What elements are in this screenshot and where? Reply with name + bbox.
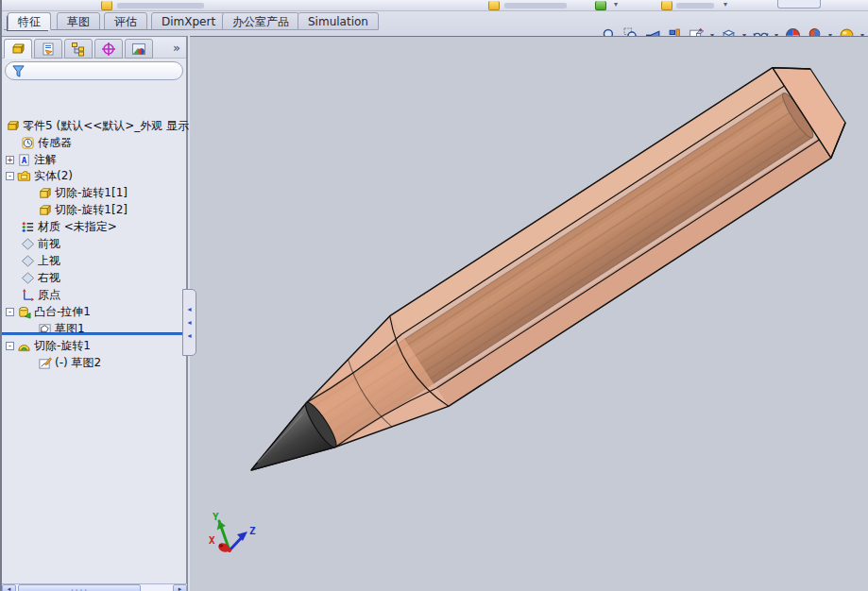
sketch-pencil-icon	[38, 356, 52, 370]
dropdown-caret-icon[interactable]: ▾	[614, 0, 618, 8]
tree-filter-box	[5, 61, 183, 80]
expand-minus-box[interactable]: -	[6, 308, 14, 316]
feature-tree: 零件5 (默认<<默认>_外观 显示 传感器 + 注解 - 实体(2) 切除-旋…	[2, 82, 186, 370]
tree-item-sensors[interactable]: 传感器	[21, 135, 72, 151]
tree-filter-input[interactable]	[29, 63, 182, 78]
expand-plus-box[interactable]: +	[6, 156, 14, 164]
expand-minus-box[interactable]: -	[6, 342, 14, 350]
collapse-arrow-icon: ◂	[187, 319, 191, 327]
tree-item-sketch2[interactable]: (-) 草图2	[38, 355, 101, 371]
clipped-search-box[interactable]	[777, 0, 821, 8]
cut-revolve-icon	[17, 339, 31, 353]
manager-overflow-chevron[interactable]: »	[173, 41, 180, 55]
tree-item-cut-revolve1-body1[interactable]: 切除-旋转1[1]	[38, 185, 128, 201]
tree-item-front-plane[interactable]: 前视	[21, 236, 60, 252]
sensors-icon	[21, 136, 35, 150]
body-cube-icon	[38, 186, 52, 200]
triad-x-label: X	[209, 534, 215, 547]
scroll-right-button[interactable]: ▸	[173, 584, 187, 591]
annotations-icon	[17, 153, 31, 167]
scroll-left-button[interactable]: ◂	[2, 584, 16, 591]
origin-icon	[21, 288, 35, 302]
expand-minus-box[interactable]: -	[6, 172, 14, 180]
tree-root-part[interactable]: 零件5 (默认<<默认>_外观 显示	[6, 118, 189, 134]
featuremanager-tree-tab[interactable]	[4, 39, 32, 59]
tab-sketch[interactable]: 草图	[57, 12, 100, 30]
part-icon	[6, 119, 20, 133]
clipped-toolbar-icon[interactable]	[488, 1, 500, 10]
tree-item-boss-extrude1[interactable]: - 凸台-拉伸1	[6, 304, 91, 320]
displaymanager-tab[interactable]	[125, 39, 153, 59]
clipped-toolbar-label	[504, 3, 567, 8]
tree-item-origin[interactable]: 原点	[21, 287, 60, 303]
tab-simulation[interactable]: Simulation	[298, 12, 379, 30]
clipped-toolbar-icon[interactable]	[595, 1, 606, 10]
material-icon	[21, 220, 35, 234]
featuremanager-panel: » 零件5 (默认<<默认>_外观 显示 传感器 + 注解 - 实体(2)	[2, 36, 188, 591]
tree-item-material[interactable]: 材质 <未指定>	[21, 219, 117, 235]
filter-funnel-icon	[11, 64, 26, 78]
plane-icon	[21, 271, 35, 285]
graphics-viewport[interactable]: Y Z X	[190, 36, 868, 591]
panel-splitter-handle[interactable]: ◂ ◂ ◂	[182, 289, 196, 356]
reference-triad: Y Z X	[209, 511, 256, 554]
tree-item-right-plane[interactable]: 右视	[21, 270, 60, 286]
boss-extrude-icon	[17, 305, 31, 319]
scrollbar-thumb[interactable]: ∙∙∙∙	[18, 584, 141, 591]
tab-evaluate[interactable]: 评估	[104, 12, 147, 30]
triad-z-label: Z	[249, 525, 256, 537]
dimxpertmanager-tab[interactable]	[94, 39, 123, 59]
clipped-toolbar-label	[676, 3, 714, 8]
clipped-toolbar-label	[117, 3, 204, 8]
tree-item-top-plane[interactable]: 上视	[21, 253, 60, 269]
clipped-command-toolbar: ▾ ▾	[2, 0, 868, 11]
tree-item-cut-revolve1-body2[interactable]: 切除-旋转1[2]	[38, 202, 128, 218]
solid-bodies-folder-icon	[17, 169, 31, 183]
tab-office-products[interactable]: 办公室产品	[222, 12, 299, 30]
tree-item-annotations[interactable]: + 注解	[6, 152, 57, 168]
collapse-arrow-icon: ◂	[187, 306, 191, 313]
collapse-arrow-icon: ◂	[187, 332, 191, 340]
tree-item-cut-revolve1[interactable]: - 切除-旋转1	[6, 338, 91, 354]
tab-dimxpert[interactable]: DimXpert	[151, 12, 226, 30]
commandmanager-tabbar: 特征 草图 评估 DimXpert 办公室产品 Simulation ▾ ▾ ▾…	[2, 11, 868, 36]
clipped-toolbar-icon[interactable]	[661, 1, 672, 10]
clipped-toolbar-icon[interactable]	[101, 1, 112, 10]
configurationmanager-tab[interactable]	[64, 39, 93, 59]
propertymanager-tab[interactable]	[34, 39, 62, 59]
body-cube-icon	[38, 203, 52, 217]
triad-y-label: Y	[213, 511, 219, 523]
plane-icon	[21, 254, 35, 268]
panel-horizontal-scrollbar[interactable]: ◂ ∙∙∙∙ ▸	[2, 583, 187, 591]
dropdown-caret-icon[interactable]: ▾	[723, 0, 727, 8]
solidworks-window: { "app": { "name": "SolidWorks", "viewpo…	[0, 0, 868, 591]
tab-features[interactable]: 特征	[8, 12, 51, 30]
plane-icon	[21, 237, 35, 251]
manager-tab-strip: »	[2, 38, 186, 59]
tree-item-solid-bodies[interactable]: - 实体(2)	[6, 168, 73, 184]
pencil-model: Y Z X	[190, 37, 868, 591]
scrollbar-grip: ∙∙∙∙	[70, 587, 88, 591]
rollback-bar[interactable]	[2, 332, 187, 335]
